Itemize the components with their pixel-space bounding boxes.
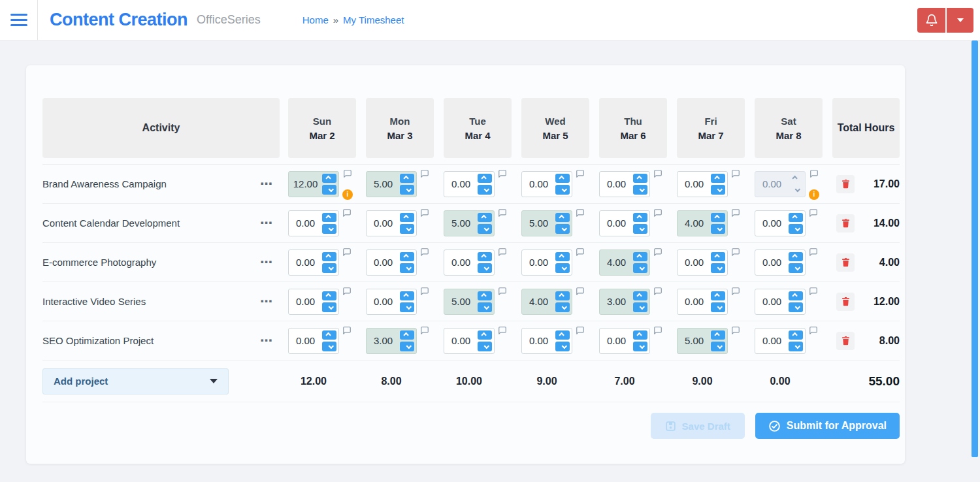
decrement-button[interactable] [633,342,647,351]
increment-button[interactable] [633,213,647,223]
increment-button[interactable] [478,213,492,223]
decrement-button[interactable] [711,263,725,273]
hours-input[interactable]: 5.00 [677,328,728,354]
increment-button[interactable] [478,291,492,301]
decrement-button[interactable] [322,302,336,312]
hours-input[interactable]: 0.00 [288,289,339,315]
row-options-ellipsis[interactable]: ⋯ [260,295,274,308]
decrement-button[interactable] [633,302,647,312]
row-options-ellipsis[interactable]: ⋯ [260,178,274,190]
comment-icon[interactable] [653,287,662,296]
increment-button[interactable] [711,174,725,184]
decrement-button[interactable] [478,342,492,351]
increment-button[interactable] [789,291,803,301]
hours-input[interactable]: 0.00 [521,171,572,197]
comment-icon[interactable] [576,287,585,296]
hours-input[interactable]: 0.00 [677,249,728,276]
decrement-button[interactable] [789,224,803,234]
comment-icon[interactable] [576,208,585,217]
increment-button[interactable] [633,330,647,340]
hours-input[interactable]: 5.00 [366,171,417,197]
hours-input[interactable]: 4.00 [599,249,650,276]
hours-input[interactable]: 0.00 [288,328,339,354]
hours-input[interactable]: 4.00 [521,289,572,315]
hours-input[interactable]: 12.00 [288,171,339,197]
decrement-button[interactable] [322,342,336,351]
comment-icon[interactable] [731,326,740,335]
comment-icon[interactable] [342,287,351,296]
decrement-button[interactable] [322,224,336,234]
increment-button[interactable] [478,174,492,184]
decrement-button[interactable] [555,224,570,234]
hours-input[interactable]: 4.00 [677,210,728,236]
delete-row-button[interactable] [836,214,855,233]
decrement-button[interactable] [322,263,336,273]
comment-icon[interactable] [653,208,662,217]
comment-icon[interactable] [731,287,740,296]
comment-icon[interactable] [731,208,740,217]
row-options-ellipsis[interactable]: ⋯ [260,217,274,229]
increment-button[interactable] [400,291,414,301]
account-menu-button[interactable] [947,8,973,33]
comment-icon[interactable] [498,208,507,217]
decrement-button[interactable] [633,224,647,234]
increment-button[interactable] [711,252,725,262]
comment-icon[interactable] [809,169,819,178]
hours-input[interactable]: 0.00 [599,171,650,197]
increment-button[interactable] [789,213,803,223]
comment-icon[interactable] [342,208,351,217]
increment-button[interactable] [400,330,414,340]
decrement-button[interactable] [711,302,725,312]
comment-icon[interactable] [809,248,818,257]
increment-button[interactable] [322,213,336,223]
comment-icon[interactable] [342,326,351,335]
hours-input[interactable]: 0.00 [755,289,806,315]
hours-input[interactable]: 0.00 [366,249,417,276]
breadcrumb-current-link[interactable]: My Timesheet [343,14,404,25]
hours-input[interactable]: 0.00 [755,249,806,276]
decrement-button[interactable] [633,185,647,195]
comment-icon[interactable] [731,169,740,178]
increment-button[interactable] [555,174,570,184]
hours-input[interactable]: 0.00 [755,328,806,354]
delete-row-button[interactable] [836,175,855,193]
comment-icon[interactable] [809,287,818,296]
decrement-button[interactable] [555,342,570,351]
increment-button[interactable] [400,252,414,262]
hours-input[interactable]: 0.00 [444,171,495,197]
increment-button[interactable] [400,213,414,223]
decrement-button[interactable] [789,302,803,312]
breadcrumb-home-link[interactable]: Home [302,14,329,25]
decrement-button[interactable] [322,185,336,195]
decrement-button[interactable] [400,302,414,312]
decrement-button[interactable] [789,263,803,273]
comment-icon[interactable] [498,169,507,178]
decrement-button[interactable] [711,342,725,351]
decrement-button[interactable] [400,342,414,351]
row-options-ellipsis[interactable]: ⋯ [260,334,274,347]
increment-button[interactable] [400,174,414,184]
comment-icon[interactable] [731,248,740,257]
increment-button[interactable] [555,330,570,340]
hours-input[interactable]: 0.00 [444,328,495,354]
hours-input[interactable]: 0.00 [755,210,806,236]
decrement-button[interactable] [711,185,725,195]
comment-icon[interactable] [498,248,507,257]
hours-input[interactable]: 0.00 [599,210,650,236]
comment-icon[interactable] [420,287,429,296]
decrement-button[interactable] [555,185,570,195]
comment-icon[interactable] [420,248,429,257]
hours-input[interactable]: 0.00 [677,289,728,315]
hours-input[interactable]: 0.00 [521,328,572,354]
hours-input[interactable]: 0.00 [599,328,650,354]
increment-button[interactable] [633,174,647,184]
decrement-button[interactable] [478,224,492,234]
delete-row-button[interactable] [836,293,855,311]
delete-row-button[interactable] [836,253,855,272]
increment-button[interactable] [478,252,492,262]
delete-row-button[interactable] [836,332,855,350]
decrement-button[interactable] [789,342,803,351]
add-project-select[interactable]: Add project [42,368,229,394]
comment-icon[interactable] [420,169,429,178]
increment-button[interactable] [322,291,336,301]
